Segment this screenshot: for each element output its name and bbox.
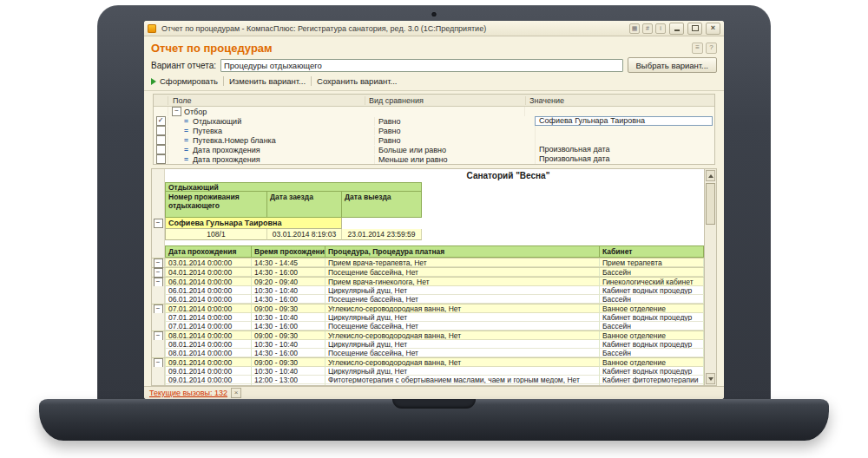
- filter-value[interactable]: [535, 126, 714, 135]
- date-cell[interactable]: 03.01.2014 0:00:00: [165, 258, 252, 267]
- time-cell[interactable]: 14:30 - 16:00: [252, 268, 326, 277]
- guest-room-header-cell[interactable]: Номер проживания отдыхающего: [165, 192, 267, 218]
- help-icon[interactable]: ?: [706, 43, 717, 54]
- group-strip-minus[interactable]: −: [152, 313, 165, 322]
- filter-value[interactable]: Произвольная дата: [535, 145, 714, 154]
- generate-button[interactable]: Сформировать: [160, 76, 218, 86]
- procedure-cell[interactable]: Посещение бассейна, Нет: [326, 349, 600, 357]
- filter-checkbox[interactable]: [156, 126, 166, 135]
- scrollbar-track[interactable]: [705, 182, 716, 372]
- group-strip-minus[interactable]: −: [152, 358, 165, 367]
- time-cell[interactable]: 14:30 - 16:00: [252, 295, 326, 304]
- filter-comparison[interactable]: Равно: [374, 136, 535, 145]
- room-cell[interactable]: Ванное отделение: [600, 331, 704, 340]
- time-cell[interactable]: 09:00 - 09:30: [252, 331, 326, 340]
- group-strip-minus[interactable]: −: [152, 295, 165, 304]
- procedure-column-header[interactable]: Процедура, Процедура платная: [326, 245, 600, 258]
- procedure-cell[interactable]: Углекисло-сероводородная ванна, Нет: [326, 304, 600, 313]
- calendar-icon[interactable]: ▦: [629, 23, 640, 34]
- time-column-header[interactable]: Время прохождения: [252, 245, 326, 258]
- filter-value[interactable]: Произвольная дата: [535, 154, 714, 164]
- time-cell[interactable]: 09:00 - 09:30: [252, 358, 326, 367]
- room-cell[interactable]: Ванное отделение: [600, 358, 704, 367]
- procedure-cell[interactable]: Циркулярный душ, Нет: [326, 367, 600, 376]
- filter-comparison[interactable]: Равно: [374, 127, 535, 135]
- date-cell[interactable]: 07.01.2014 0:00:00: [165, 304, 252, 313]
- room-cell[interactable]: Бассейн: [600, 349, 704, 357]
- filter-comparison[interactable]: Меньше или равно: [374, 155, 535, 164]
- filter-value[interactable]: Софиева Гульнара Таировна: [535, 116, 713, 126]
- time-cell[interactable]: 10:30 - 10:40: [252, 367, 326, 376]
- save-variant-button[interactable]: Сохранить вариант...: [317, 76, 397, 86]
- filter-value[interactable]: [535, 135, 714, 145]
- procedure-cell[interactable]: Углекисло-сероводородная ванна, Нет: [326, 358, 600, 367]
- info-icon[interactable]: i: [655, 23, 666, 34]
- filter-checkbox[interactable]: [156, 154, 166, 164]
- room-cell[interactable]: Кабинет водных процедур: [600, 313, 704, 322]
- time-cell[interactable]: 14:30 - 16:00: [252, 322, 326, 330]
- choose-variant-button[interactable]: Выбрать вариант...: [628, 57, 717, 73]
- scroll-up-icon[interactable]: [706, 170, 715, 181]
- date-cell[interactable]: 07.01.2014 0:00:00: [165, 313, 252, 322]
- filter-row[interactable]: = Путевка Равно: [154, 126, 714, 135]
- date-cell[interactable]: 08.01.2014 0:00:00: [165, 349, 252, 357]
- group-strip-minus[interactable]: −: [152, 218, 165, 229]
- close-button[interactable]: ×: [706, 23, 720, 35]
- filter-checkbox[interactable]: ✓: [156, 116, 166, 126]
- maximize-button[interactable]: [687, 23, 702, 35]
- group-strip-minus[interactable]: −: [152, 268, 165, 277]
- room-cell[interactable]: Кабинет фитотермотерапии: [600, 376, 704, 384]
- room-cell[interactable]: Кабинет водных процедур: [600, 367, 704, 376]
- procedure-cell[interactable]: Прием врача-гинеколога, Нет: [326, 278, 600, 286]
- date-cell[interactable]: 09.01.2014 0:00:00: [165, 358, 252, 367]
- time-cell[interactable]: 10:30 - 10:40: [252, 340, 326, 349]
- date-cell[interactable]: 06.01.2014 0:00:00: [165, 286, 252, 295]
- date-cell[interactable]: 09.01.2014 0:00:00: [165, 367, 252, 376]
- procedure-cell[interactable]: Углекисло-сероводородная ванна, Нет: [326, 331, 600, 340]
- time-cell[interactable]: 14:30 - 16:00: [252, 384, 326, 385]
- date-column-header[interactable]: Дата прохождения: [165, 245, 252, 258]
- filter-row[interactable]: ✓ = Отдыхающий Равно Софиева Гульнара Та…: [154, 116, 714, 126]
- filter-checkbox[interactable]: [156, 145, 166, 154]
- time-cell[interactable]: 09:00 - 09:30: [252, 304, 326, 313]
- scrollbar-thumb[interactable]: [706, 183, 715, 225]
- filter-comparison[interactable]: Больше или равно: [374, 146, 535, 154]
- group-strip-minus[interactable]: −: [152, 367, 165, 376]
- group-strip-minus[interactable]: −: [152, 322, 165, 330]
- close-notification-icon[interactable]: ×: [231, 388, 241, 398]
- filter-comparison[interactable]: Равно: [374, 117, 535, 126]
- group-strip-minus[interactable]: −: [152, 258, 165, 267]
- current-calls-link[interactable]: Текущие вызовы: 132: [149, 389, 227, 397]
- procedure-cell[interactable]: Посещение бассейна, Нет: [326, 268, 600, 277]
- minimize-button[interactable]: [669, 23, 684, 35]
- procedure-cell[interactable]: Прием врача-терапевта, Нет: [326, 258, 600, 267]
- date-cell[interactable]: 08.01.2014 0:00:00: [165, 331, 252, 340]
- guest-name-cell[interactable]: Софиева Гульнара Таировна: [165, 218, 342, 229]
- filter-row[interactable]: = Дата прохождения Меньше или равно Прои…: [154, 154, 714, 164]
- guest-group-header-cell[interactable]: Отдыхающий: [165, 182, 422, 192]
- variant-input[interactable]: Процедуры отдыхающего: [220, 59, 623, 72]
- filter-checkbox[interactable]: [156, 135, 166, 145]
- room-cell[interactable]: Гинекологический кабинет: [600, 278, 704, 286]
- group-strip-minus[interactable]: −: [152, 349, 165, 357]
- calculator-icon[interactable]: #: [642, 23, 653, 34]
- scroll-down-icon[interactable]: [706, 373, 715, 384]
- procedure-cell[interactable]: Циркулярный душ, Нет: [326, 286, 600, 295]
- group-strip-minus[interactable]: −: [152, 384, 165, 385]
- checkin-header-cell[interactable]: Дата заезда: [267, 192, 342, 218]
- room-cell[interactable]: Кабинет водных процедур: [600, 340, 704, 349]
- filter-row[interactable]: = Путевка.Номер бланка Равно: [154, 135, 714, 145]
- time-cell[interactable]: 14:30 - 14:45: [252, 258, 326, 267]
- procedure-cell[interactable]: Циркулярный душ, Нет: [326, 340, 600, 349]
- group-strip-minus[interactable]: −: [152, 286, 165, 295]
- date-cell[interactable]: 06.01.2014 0:00:00: [165, 295, 252, 304]
- date-cell[interactable]: 06.01.2014 0:00:00: [165, 278, 252, 286]
- date-cell[interactable]: 09.01.2014 0:00:00: [165, 384, 252, 385]
- room-number-cell[interactable]: 108/1: [165, 229, 267, 240]
- group-strip-minus[interactable]: −: [152, 340, 165, 349]
- group-strip-minus[interactable]: −: [152, 376, 165, 384]
- room-cell[interactable]: Ванное отделение: [600, 304, 704, 313]
- group-strip-minus[interactable]: −: [152, 304, 165, 313]
- procedure-cell[interactable]: Посещение бассейна, Нет: [326, 295, 600, 304]
- checkin-cell[interactable]: 03.01.2014 8:19:03: [267, 229, 342, 240]
